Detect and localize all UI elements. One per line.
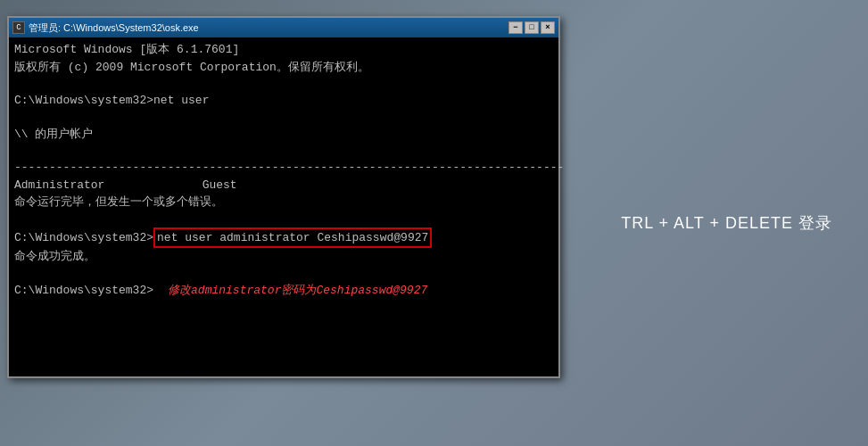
terminal-empty-5 (14, 266, 553, 282)
terminal-line-8: Administrator Guest (14, 177, 553, 194)
terminal-line-6: \\ 的用户帐户 (14, 126, 553, 144)
ctrl-alt-del-label: TRL + ALT + DELETE 登录 (621, 214, 832, 232)
terminal-body: Microsoft Windows [版本 6.1.7601] 版权所有 (c)… (9, 37, 558, 376)
maximize-button[interactable]: □ (525, 21, 539, 34)
minimize-button[interactable]: − (508, 21, 523, 34)
terminal-empty-1 (14, 76, 553, 92)
terminal-highlighted-cmd: net user administrator Ceshipasswd@9927 (153, 227, 432, 249)
terminal-last-prompt-line: C:\Windows\system32> 修改administrator密码为C… (14, 282, 553, 300)
terminal-empty-3 (14, 143, 553, 159)
terminal-line-4: C:\Windows\system32>net user (14, 92, 553, 110)
title-bar-left: C 管理员: C:\Windows\System32\osk.exe (12, 21, 199, 35)
title-bar[interactable]: C 管理员: C:\Windows\System32\osk.exe − □ × (9, 18, 558, 37)
right-panel-text: TRL + ALT + DELETE 登录 (621, 212, 832, 234)
cmd-window: C 管理员: C:\Windows\System32\osk.exe − □ ×… (7, 16, 560, 378)
terminal-annotation: 修改administrator密码为Ceshipasswd@9927 (168, 282, 427, 300)
terminal-separator: ----------------------------------------… (14, 159, 553, 177)
terminal-prompt-line: C:\Windows\system32>net user administrat… (14, 227, 553, 249)
window-icon: C (12, 21, 25, 34)
close-button[interactable]: × (541, 21, 555, 34)
terminal-success: 命令成功完成。 (14, 248, 553, 266)
terminal-prompt: C:\Windows\system32> (14, 229, 153, 247)
terminal-empty-4 (14, 211, 553, 227)
terminal-line-1: Microsoft Windows [版本 6.1.7601] (14, 41, 553, 59)
terminal-last-prompt: C:\Windows\system32> (14, 282, 153, 300)
terminal-line-2: 版权所有 (c) 2009 Microsoft Corporation。保留所有… (14, 59, 553, 77)
terminal-line-9: 命令运行完毕，但发生一个或多个错误。 (14, 194, 553, 211)
window-title: 管理员: C:\Windows\System32\osk.exe (29, 21, 199, 35)
terminal-empty-2 (14, 110, 553, 126)
title-buttons[interactable]: − □ × (508, 21, 555, 34)
